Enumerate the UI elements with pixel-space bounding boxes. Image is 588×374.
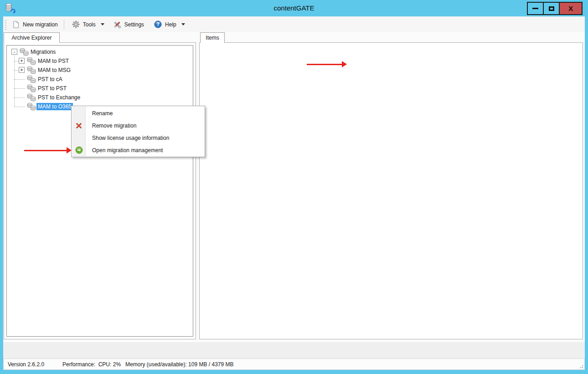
items-page: [199, 42, 583, 339]
menu-item-label: Rename: [92, 110, 113, 117]
gear-icon: [72, 20, 80, 28]
settings-label: Settings: [124, 21, 144, 28]
tools-label: Tools: [83, 21, 96, 28]
remove-x-icon: [75, 122, 83, 130]
close-icon: X: [568, 5, 573, 12]
context-menu: Rename Remove migration Show license usa…: [71, 106, 205, 157]
annotation-arrow-right-head: [342, 61, 347, 67]
minimize-button[interactable]: [527, 2, 544, 15]
menu-item-open-migration-management[interactable]: Open migration management: [72, 144, 204, 156]
tree-connector: [14, 61, 19, 61]
performance-label: Performance: CPU: 2% Memory (used/availa…: [62, 361, 234, 368]
tab-archive-explorer-label: Archive Explorer: [11, 35, 52, 41]
help-dropdown-caret[interactable]: [181, 23, 185, 26]
crossed-tools-icon: [113, 20, 121, 29]
resize-grip[interactable]: [578, 364, 583, 368]
panel-splitter[interactable]: [196, 42, 199, 339]
migrations-tree: - Migrations + MAM to PST + MAM to MSG P…: [6, 45, 193, 337]
tree-node-label[interactable]: Migrations: [29, 48, 57, 56]
collapse-expander[interactable]: -: [11, 49, 17, 55]
toolbar: New migration Tools Settings Help: [3, 17, 585, 32]
maximize-button[interactable]: [543, 2, 560, 15]
status-bar: Version 2.6.2.0 Performance: CPU: 2% Mem…: [3, 359, 585, 370]
new-migration-label: New migration: [23, 21, 58, 28]
database-icon: [27, 57, 36, 65]
app-window: contentGATE X New migration Tools Settin…: [0, 0, 588, 374]
tree-node-label[interactable]: MAM to MSG: [36, 67, 72, 74]
database-icon: [27, 102, 36, 111]
menu-item-rename[interactable]: Rename: [72, 107, 204, 119]
tree-node-label[interactable]: MAM to PST: [36, 57, 70, 65]
tab-items-label: Items: [206, 35, 219, 41]
version-label: Version 2.6.2.0: [8, 361, 44, 368]
database-icon: [27, 75, 36, 83]
expand-expander[interactable]: +: [19, 58, 25, 64]
settings-button[interactable]: Settings: [109, 18, 148, 31]
tree-connector: [14, 97, 25, 98]
tree-node-label[interactable]: PST to PST: [36, 85, 68, 92]
titlebar: contentGATE X: [0, 0, 588, 16]
tools-button[interactable]: Tools: [68, 18, 100, 31]
maximize-icon: [549, 6, 554, 11]
menu-item-label: Show license usage information: [92, 135, 169, 141]
toolbar-separator: [64, 20, 64, 30]
annotation-arrow-right-shaft: [307, 64, 342, 65]
tree-connector: [14, 107, 25, 107]
new-document-icon: [12, 21, 20, 28]
tree-node-label-selected[interactable]: MAM to O365: [36, 103, 73, 110]
tree-connector: [14, 79, 25, 80]
menu-item-remove-migration[interactable]: Remove migration: [72, 119, 204, 132]
menu-item-show-license-usage[interactable]: Show license usage information: [72, 132, 204, 144]
close-button[interactable]: X: [559, 2, 583, 15]
window-title: contentGATE: [0, 0, 588, 16]
menu-item-label: Remove migration: [92, 123, 136, 129]
toolbar-grip[interactable]: [5, 20, 6, 30]
help-button[interactable]: Help: [150, 18, 181, 31]
tree-connector: [14, 88, 25, 89]
tree-node-label[interactable]: PST to Exchange: [36, 94, 82, 101]
tree-connector: [14, 55, 15, 107]
minimize-icon: [532, 8, 538, 9]
database-icon: [20, 48, 29, 56]
expand-expander[interactable]: +: [19, 67, 25, 73]
annotation-arrow-left-shaft: [24, 150, 67, 151]
tree-connector: [14, 70, 19, 71]
tab-items[interactable]: Items: [200, 32, 225, 43]
tools-dropdown-caret[interactable]: [101, 23, 104, 26]
help-icon: [154, 20, 162, 28]
database-icon: [27, 84, 36, 92]
help-label: Help: [165, 21, 176, 28]
annotation-arrow-left-head: [67, 147, 72, 154]
tree-node-label[interactable]: PST to cA: [36, 76, 64, 83]
database-icon: [27, 66, 36, 74]
database-icon: [27, 93, 36, 102]
menu-item-label: Open migration management: [92, 147, 163, 154]
tab-archive-explorer[interactable]: Archive Explorer: [4, 32, 60, 43]
new-migration-button[interactable]: New migration: [8, 19, 62, 31]
green-go-icon: [75, 146, 83, 154]
